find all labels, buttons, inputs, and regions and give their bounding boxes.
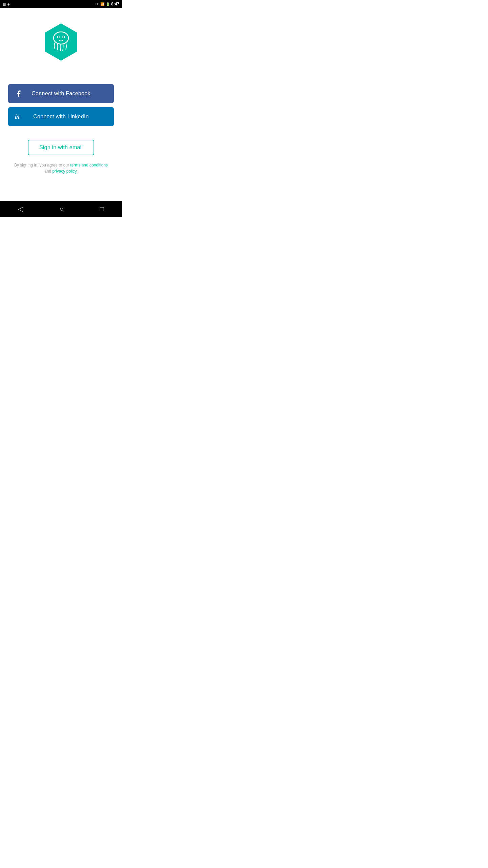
- back-button[interactable]: ◁: [18, 205, 23, 213]
- terms-suffix: .: [77, 169, 78, 174]
- status-bar-left: ▦ ◈: [3, 2, 10, 6]
- main-content: Connect with Facebook in Connect with Li…: [0, 8, 122, 201]
- buttons-area: Connect with Facebook in Connect with Li…: [8, 84, 114, 126]
- terms-link[interactable]: terms and conditions: [70, 163, 108, 167]
- recents-button[interactable]: □: [100, 205, 104, 213]
- signal-icon: 📶: [100, 2, 104, 6]
- email-signin-button[interactable]: Sign in with email: [28, 140, 94, 155]
- logo-area: [41, 22, 81, 64]
- privacy-link[interactable]: privacy policy: [52, 169, 76, 174]
- linkedin-login-button[interactable]: in Connect with LinkedIn: [8, 107, 114, 126]
- email-section: Sign in with email By signing in, you ag…: [8, 140, 114, 174]
- status-time: 8:47: [111, 2, 119, 6]
- svg-marker-0: [45, 23, 77, 61]
- lte-icon: LTE: [94, 2, 99, 6]
- facebook-icon: [15, 90, 22, 97]
- linkedin-icon: in: [15, 113, 19, 120]
- notification-icon: ▦: [3, 2, 6, 6]
- android-icon: ◈: [7, 2, 10, 6]
- facebook-button-label: Connect with Facebook: [32, 91, 90, 97]
- battery-icon: 🔋: [106, 2, 110, 6]
- app-logo: [41, 22, 81, 62]
- terms-conjunction: and: [44, 169, 52, 174]
- terms-text: By signing in, you agree to our terms an…: [8, 162, 114, 174]
- status-bar: ▦ ◈ LTE 📶 🔋 8:47: [0, 0, 122, 8]
- home-button[interactable]: ○: [59, 205, 63, 213]
- status-bar-right: LTE 📶 🔋 8:47: [94, 2, 119, 6]
- linkedin-button-label: Connect with LinkedIn: [33, 114, 89, 120]
- facebook-login-button[interactable]: Connect with Facebook: [8, 84, 114, 103]
- terms-prefix: By signing in, you agree to our: [14, 163, 70, 167]
- nav-bar: ◁ ○ □: [0, 201, 122, 217]
